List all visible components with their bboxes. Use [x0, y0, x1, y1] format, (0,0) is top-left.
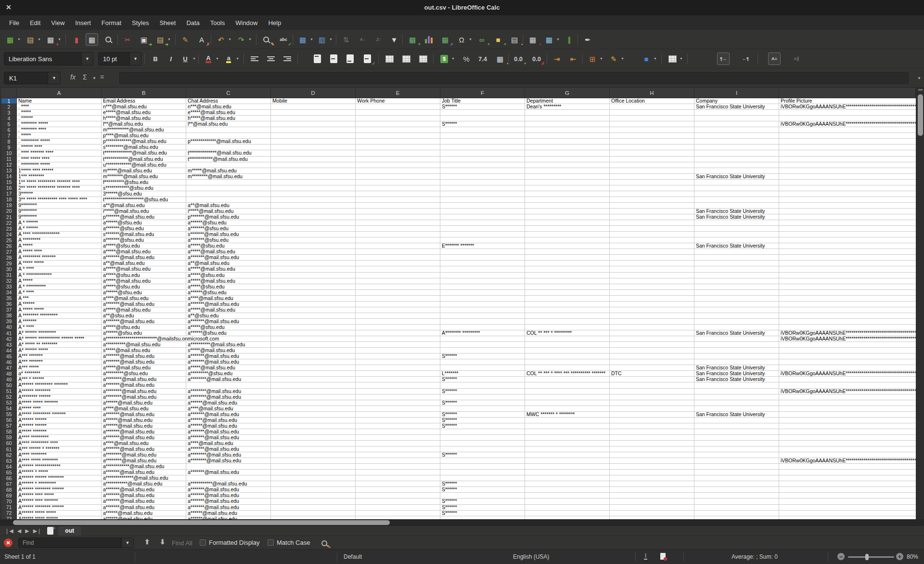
cell-C68[interactable]: a*******@mail.sfsu.edu [187, 487, 240, 492]
cell-C25[interactable]: a*******@sfsu.edu [187, 237, 229, 243]
cell-C34[interactable]: a******@sfsu.edu [187, 290, 227, 295]
row-header-18[interactable]: 18 [1, 197, 17, 203]
cell-B7[interactable]: p****@mail.sfsu.edu [103, 133, 149, 138]
expand-formula-bar-icon[interactable]: ▼ [917, 76, 921, 80]
row-header-37[interactable]: 37 [1, 307, 17, 313]
insert-rows-button[interactable]: ▦ [296, 33, 309, 46]
cell-B40[interactable]: a*****@sfsu.edu [103, 325, 141, 330]
row-header-26[interactable]: 26 [1, 243, 17, 249]
autofilter-button[interactable]: ▼ [388, 33, 400, 46]
cell-A68[interactable]: A****** ******** ****** [18, 487, 64, 492]
cell-A16[interactable]: 2** ***** ********* ******* **** [18, 185, 80, 191]
vertical-scrollbar-thumb[interactable] [918, 94, 923, 136]
cell-C37[interactable]: a*****@mail.sfsu.edu [187, 307, 236, 313]
cell-B19[interactable]: a**@mail.sfsu.edu [103, 203, 145, 208]
cell-C51[interactable]: a********@mail.sfsu.edu [187, 389, 242, 394]
undo-dropdown-icon[interactable]: ▼ [228, 38, 231, 41]
conditional-formatting-dropdown-icon[interactable]: ▼ [680, 57, 683, 60]
cell-B71[interactable]: a*******@mail.sfsu.edu [103, 505, 155, 510]
underline-button[interactable]: U [179, 52, 192, 65]
cell-B63[interactable]: a********@mail.sfsu.edu [103, 458, 157, 463]
row-header-9[interactable]: 9 [1, 144, 17, 150]
column-header-F[interactable]: F [440, 88, 525, 98]
cell-C24[interactable]: s*******@mail.sfsu.edu [187, 232, 239, 237]
font-name-dropdown-icon[interactable]: ▼ [81, 52, 93, 65]
insert-mode-icon[interactable]: I [644, 553, 647, 560]
cell-C39[interactable]: a*******@mail.sfsu.edu [187, 319, 240, 324]
cell-B49[interactable]: a********@mail.sfsu.edu [103, 377, 157, 382]
menu-edit[interactable]: Edit [25, 17, 46, 28]
row-header-68[interactable]: 68 [1, 487, 17, 493]
column-header-A[interactable]: A [17, 88, 102, 98]
match-case-label[interactable]: Match Case [277, 539, 310, 546]
row-header-61[interactable]: 61 [1, 446, 17, 452]
align-left-button[interactable] [248, 52, 261, 65]
cell-A36[interactable]: A ****** [18, 302, 35, 307]
bold-button[interactable]: B [149, 52, 162, 65]
cell-C28[interactable]: a*******@mail.sfsu.edu [187, 255, 240, 260]
cell-J41[interactable]: iVBORw0KGgoAAAANSUhE********************… [780, 330, 916, 336]
page-style[interactable]: Default [344, 553, 362, 560]
cell-A40[interactable]: A * **** [18, 325, 35, 330]
cell-I48[interactable]: San Francisco State University [695, 371, 766, 376]
cell-B28[interactable]: a*******@mail.sfsu.edu [103, 255, 155, 260]
cell-B29[interactable]: a**@mail.sfsu.edu [103, 261, 145, 266]
row-header-13[interactable]: 13 [1, 168, 17, 174]
cell-B70[interactable]: a*******@mail.sfsu.edu [103, 498, 155, 504]
column-header-C[interactable]: C [186, 88, 271, 98]
cell-J63[interactable]: iVBORw0KGgoAAAANSUhE********************… [780, 458, 916, 463]
cell-A30[interactable]: A * **** [18, 266, 35, 272]
cell-F26[interactable]: E******* ******* [441, 243, 475, 249]
row-header-16[interactable]: 16 [1, 185, 17, 191]
cell-A58[interactable]: A***** ******* [18, 429, 47, 434]
conditional-formatting-button[interactable] [666, 52, 679, 65]
cell-A34[interactable]: A * **** [18, 290, 35, 295]
column-header-E[interactable]: E [356, 88, 440, 98]
cell-F45[interactable]: S****** [441, 354, 458, 359]
cell-A62[interactable]: A**** ******** [18, 452, 47, 458]
cell-C4[interactable]: h*****@mail.sfsu.edu [187, 116, 236, 121]
insert-special-character-button[interactable]: Ω [455, 33, 468, 46]
menu-sheet[interactable]: Sheet [154, 17, 181, 28]
cell-A23[interactable]: A * ****** [18, 226, 38, 231]
cell-F68[interactable]: S****** [441, 487, 458, 492]
cell-A32[interactable]: A ***** [18, 278, 33, 284]
cell-E1[interactable]: Work Phone [357, 98, 385, 104]
cell-A67[interactable]: A****** * ********* [18, 481, 56, 486]
row-header-45[interactable]: 45 [1, 354, 17, 359]
cell-I26[interactable]: San Francisco State University [695, 243, 766, 249]
cell-F2[interactable]: S****** [441, 104, 458, 109]
cell-C65[interactable]: a*******@mail.sfsu.edu [187, 470, 240, 475]
column-header-H[interactable]: H [610, 88, 694, 98]
row-header-51[interactable]: 51 [1, 389, 17, 394]
cell-J51[interactable]: iVBORw0KGgoAAAANSUhE********************… [780, 389, 916, 394]
cell-B42[interactable]: a**************************@mailsfsu.onm… [103, 336, 219, 341]
cell-C62[interactable]: a********@mail.sfsu.edu [187, 452, 242, 458]
cell-C63[interactable]: a********@mail.sfsu.edu [187, 458, 242, 463]
cell-B67[interactable]: a***********@mail.sfsu.edu [103, 481, 163, 486]
new-dropdown-icon[interactable]: ▼ [17, 38, 21, 41]
cell-C30[interactable]: a*****@mail.sfsu.edu [187, 266, 236, 272]
row-header-21[interactable]: 21 [1, 214, 17, 220]
align-top-button[interactable] [311, 52, 323, 65]
cell-A48[interactable]: a* ******** [18, 371, 41, 376]
freeze-rows-columns-button[interactable]: ▦ [543, 33, 555, 46]
cell-C5[interactable]: l**@mail.sfsu.edu [187, 121, 228, 127]
cell-C26[interactable]: a*****@sfsu.edu [187, 243, 225, 249]
cell-G41[interactable]: COL ** *** * ********* [526, 330, 572, 336]
row-header-50[interactable]: 50 [1, 382, 17, 388]
cell-B33[interactable]: a*****@sfsu.edu [103, 284, 141, 289]
column-header-J[interactable] [779, 88, 916, 98]
row-header-48[interactable]: 48 [1, 371, 17, 377]
sheet-tab-out[interactable]: out [58, 526, 81, 536]
define-print-area-button[interactable]: ▦▪ [526, 33, 539, 46]
cell-A25[interactable]: A ********* [18, 237, 41, 243]
cell-B17[interactable]: 3******@sfsu.edu [103, 191, 142, 197]
menu-insert[interactable]: Insert [70, 17, 96, 28]
cell-A37[interactable]: A ***** ***** [18, 307, 44, 313]
cell-A6[interactable]: . ******** **** [18, 127, 47, 132]
row-header-59[interactable]: 59 [1, 435, 17, 441]
clone-formatting-button[interactable]: ✎ [179, 33, 192, 46]
zoom-slider-handle[interactable] [865, 554, 869, 560]
cell-A47[interactable]: A*** ***** [18, 365, 39, 370]
